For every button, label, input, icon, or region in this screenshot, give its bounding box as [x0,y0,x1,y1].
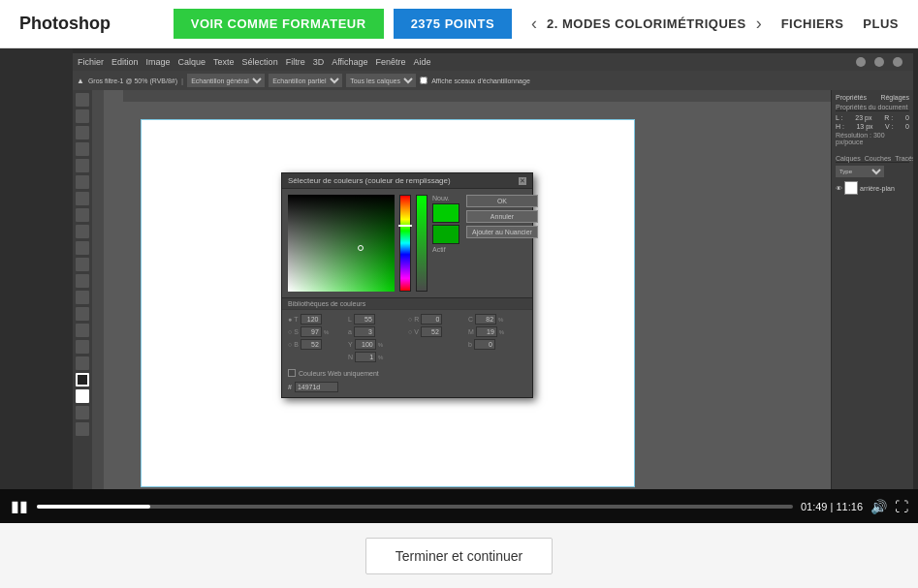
ps-tool-shape[interactable] [76,356,89,370]
cpd-S-input[interactable] [301,326,322,337]
cpd-ajouter-button[interactable]: Ajouter au Nuancier [466,226,538,238]
ps-tool-eyedropper[interactable] [76,159,89,172]
ps-traces-tab[interactable]: Tracés [895,155,913,162]
ps-tool-brush[interactable] [76,192,89,205]
terminer-button[interactable]: Terminer et continuer [365,538,554,574]
cpd-a-group: a [348,326,406,337]
ps-menu-affichage[interactable]: Affichage [332,57,367,67]
ps-tool-move[interactable] [76,93,89,107]
cpd-close-button[interactable]: ✕ [519,177,526,185]
cpd-L-input[interactable] [354,314,375,325]
video-progress-bar[interactable] [37,505,793,509]
ps-tool-pen[interactable] [76,307,89,321]
ps-v-label: V : [885,123,894,130]
ps-menu-3d[interactable]: 3D [313,57,325,67]
ps-echantillon2-select[interactable]: Echantillon partiel [269,74,342,87]
ps-tool-history[interactable] [76,225,89,238]
cpd-h-input[interactable] [301,314,322,325]
ps-menu-filtre[interactable]: Filtre [286,57,305,67]
nav-next-button[interactable]: › [756,14,762,34]
cpd-S-radio[interactable]: ○ [288,328,292,335]
ps-tools-panel [73,90,92,489]
ps-tool-eraser[interactable] [76,241,89,255]
ps-tool-lasso[interactable] [76,126,89,139]
cpd-ok-button[interactable]: OK [466,195,538,207]
ps-menu-fichier[interactable]: Fichier [78,57,104,67]
ps-echantillon-select[interactable]: Echantillon général [187,74,265,87]
video-player[interactable]: Fichier Edition Image Calque Texte Sélec… [0,48,918,523]
cpd-C-input[interactable] [475,314,496,325]
video-fullscreen-button[interactable]: ⛶ [895,499,908,514]
ps-tool-clone[interactable] [76,208,89,222]
ps-menu-calque[interactable]: Calque [178,57,206,67]
plus-link[interactable]: PLUS [863,16,899,31]
cpd-M-input[interactable] [476,326,497,337]
ps-tool-path[interactable] [76,340,89,354]
ps-properties-tab[interactable]: Propriétés [836,94,867,101]
ps-layer-type-select[interactable]: Type [836,166,884,177]
ps-tool-hand[interactable] [76,422,89,436]
fichiers-link[interactable]: FICHIERS [781,16,844,31]
ps-calques-tab[interactable]: Calques [836,155,861,162]
video-pause-button[interactable]: ▮▮ [10,497,29,515]
ps-main: Sélecteur de couleurs (couleur de rempli… [73,90,913,489]
ps-layer-thumbnail [844,181,858,195]
ps-maximize-btn[interactable] [874,57,884,67]
ps-couches-tab[interactable]: Couches [865,155,892,162]
video-current-time: 01:49 [801,501,828,512]
ps-layer-name[interactable]: arrière-plan [860,185,895,192]
ps-resolution-label: Résolution : 300 px/pouce [836,132,909,145]
cpd-R-input[interactable] [421,314,442,325]
cpd-web-checkbox[interactable] [288,369,296,377]
cpd-V-radio[interactable]: ○ [408,328,412,335]
points-button[interactable]: 2375 POINTS [394,9,512,39]
ps-tool-icon: ▲ [77,77,84,85]
cpd-a-input[interactable] [354,326,375,337]
voir-formateur-button[interactable]: VOIR COMME FORMATEUR [174,9,384,39]
cpd-b2-input[interactable] [474,339,495,350]
ps-color-bg[interactable] [76,389,89,403]
cpd-libraries[interactable]: Bibliothèques de couleurs [282,297,532,309]
ps-menu-aide[interactable]: Aide [414,57,431,67]
ps-l-val: 23 px [855,114,871,121]
ps-menu-texte[interactable]: Texte [213,57,235,67]
ps-tool-text[interactable] [76,324,89,337]
cpd-opacity-slider[interactable] [416,195,427,292]
ps-menu-selection[interactable]: Sélection [242,57,278,67]
ps-minimize-btn[interactable] [856,57,866,67]
ps-close-btn[interactable] [893,57,902,67]
cpd-gradient-picker[interactable] [288,195,395,292]
ps-tool-blur[interactable] [76,274,89,288]
video-controls: ▮▮ 01:49 | 11:16 🔊 ⛶ [0,489,918,523]
nav-prev-button[interactable]: ‹ [531,14,537,34]
ps-tool-crop[interactable] [76,142,89,156]
cpd-hex-row: # [282,382,532,397]
cpd-B-radio[interactable]: ○ [288,341,292,348]
ps-tool-dodge[interactable] [76,291,89,304]
ps-color-fg[interactable] [76,373,89,387]
nav-title: 2. MODES COLORIMÉTRIQUES [547,16,746,31]
ps-layer-eye-icon[interactable]: 👁 [836,185,842,192]
ps-menu-fenetre[interactable]: Fenêtre [376,57,406,67]
ps-tool-zoom[interactable] [76,406,89,419]
cpd-hex-input[interactable] [295,382,338,392]
cpd-hue-slider[interactable] [399,195,411,292]
ps-menu-edition[interactable]: Edition [111,57,139,67]
ps-tool-gradient[interactable] [76,258,89,271]
video-volume-button[interactable]: 🔊 [871,499,887,514]
cpd-V-input[interactable] [421,326,442,337]
ps-menu-image[interactable]: Image [146,57,171,67]
cpd-a-field-label: a [348,328,352,335]
cpd-V-group: ○ V [408,326,466,337]
cpd-B-input[interactable] [301,339,322,350]
ps-tool-select[interactable] [76,109,89,123]
cpd-N-input[interactable] [355,352,376,362]
cpd-Y-input[interactable] [355,339,376,350]
cpd-annuler-button[interactable]: Annuler [466,210,538,223]
video-time: 01:49 | 11:16 [801,501,863,512]
ps-tool-healing[interactable] [76,175,89,189]
ps-affiche-checkbox[interactable] [420,77,427,84]
ps-reglages-tab[interactable]: Réglages [880,94,909,101]
ps-calques-select[interactable]: Tous les calques [346,74,416,87]
cpd-R-radio[interactable]: ○ [408,316,412,323]
